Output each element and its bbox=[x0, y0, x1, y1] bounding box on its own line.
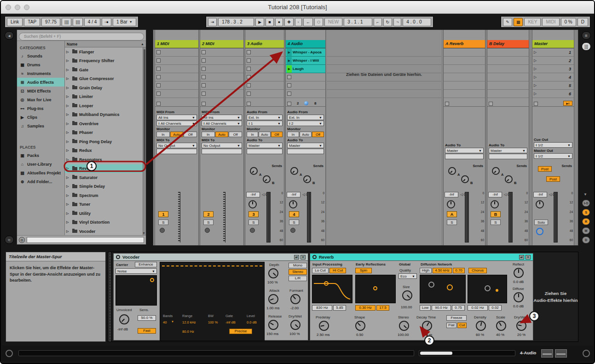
clip-overview-thumbnail[interactable] bbox=[555, 349, 567, 358]
monitor-in-button[interactable]: In bbox=[247, 132, 258, 137]
disclosure-triangle-icon[interactable]: ▷ bbox=[66, 113, 70, 116]
clip-slot[interactable] bbox=[245, 90, 284, 98]
clip-slot[interactable] bbox=[245, 73, 284, 81]
zoom-window-icon[interactable] bbox=[24, 5, 29, 10]
high-shelf-button[interactable]: High bbox=[420, 268, 432, 273]
loop-length-value[interactable]: 4 . 0 . 0 bbox=[403, 18, 431, 26]
low-shelf-freq[interactable]: 90.0 Hz bbox=[432, 305, 451, 311]
disclosure-triangle-icon[interactable]: ▷ bbox=[66, 185, 70, 188]
browser-category-item[interactable]: ⊷ Plug-Ins bbox=[17, 104, 64, 113]
clip-slot[interactable] bbox=[286, 90, 325, 98]
browser-category-item[interactable]: ⊞ Audio Effects bbox=[17, 78, 64, 87]
automation-arm-icon[interactable]: ◦ bbox=[295, 18, 302, 26]
stop-clips-button[interactable] bbox=[247, 102, 251, 106]
disclosure-triangle-icon[interactable]: ▷ bbox=[66, 194, 70, 197]
monitor-in-button[interactable]: In bbox=[202, 132, 215, 137]
key-map-button[interactable]: KEY bbox=[524, 18, 541, 26]
session-clip[interactable]: ▶Whisper - I Will bbox=[286, 57, 325, 65]
reflect-knob[interactable] bbox=[514, 268, 524, 278]
browser-device-item[interactable]: ▷ Vocoder bbox=[65, 227, 146, 235]
clip-slot[interactable] bbox=[200, 48, 243, 57]
play-button[interactable]: ▶ bbox=[255, 18, 264, 26]
arm-button[interactable] bbox=[160, 228, 165, 233]
clip-slot[interactable] bbox=[155, 90, 198, 98]
browser-device-item[interactable]: ▷ Phaser bbox=[65, 128, 146, 138]
scrollbar-thumb[interactable] bbox=[144, 49, 145, 164]
scene-play-icon[interactable]: ▷ bbox=[534, 75, 537, 79]
track-activator[interactable]: 1 bbox=[158, 211, 168, 217]
track-activator[interactable]: 4 bbox=[289, 211, 299, 217]
clip-slot[interactable] bbox=[200, 65, 243, 73]
hot-swap-icon[interactable]: ⇄ bbox=[294, 255, 299, 260]
output-channel-chooser[interactable] bbox=[489, 154, 527, 159]
clip-slot[interactable] bbox=[200, 90, 243, 98]
browser-collapse-icon[interactable]: ◂ bbox=[5, 31, 14, 40]
browser-category-item[interactable]: ▦ Drums bbox=[17, 60, 64, 69]
decay-time-knob[interactable] bbox=[422, 321, 432, 331]
spin-button[interactable]: Spin bbox=[355, 268, 372, 273]
spin-display[interactable] bbox=[355, 275, 396, 303]
disclosure-triangle-icon[interactable]: ▷ bbox=[66, 140, 70, 144]
track-header[interactable]: A Reverb bbox=[444, 40, 485, 48]
browser-device-item[interactable]: ▷ Glue Compressor bbox=[65, 75, 146, 84]
low-shelf-button[interactable]: Low bbox=[420, 305, 431, 311]
session-clip[interactable]: ▶Whisper - Apoca bbox=[286, 48, 325, 57]
list-scroll-down-icon[interactable]: ▼ bbox=[142, 231, 145, 235]
arm-button[interactable] bbox=[205, 228, 210, 233]
save-preset-icon[interactable]: ▼ bbox=[300, 255, 306, 260]
minimize-window-icon[interactable] bbox=[15, 5, 20, 10]
track-header[interactable]: B Delay bbox=[487, 40, 529, 48]
stop-clips-button[interactable] bbox=[445, 102, 449, 106]
reverb-device[interactable]: Reverb ⇄▼ Input Processing Early Reflect… bbox=[310, 253, 533, 341]
browser-device-item[interactable]: ▷ Looper bbox=[65, 101, 146, 110]
disclosure-triangle-icon[interactable]: ▷ bbox=[66, 212, 70, 215]
clip-slot[interactable] bbox=[245, 65, 284, 73]
solo-button[interactable]: S bbox=[203, 220, 214, 225]
clip-slot[interactable] bbox=[155, 73, 198, 81]
in-filter-q[interactable]: 5.85 bbox=[333, 305, 346, 311]
mixer-view-icon[interactable]: ||| bbox=[582, 42, 591, 51]
pre-post-toggle-b[interactable]: Post bbox=[546, 176, 560, 182]
clip-slot[interactable] bbox=[286, 81, 325, 90]
disclosure-triangle-icon[interactable]: ▷ bbox=[66, 176, 70, 179]
name-column-header[interactable]: Name ▲ bbox=[65, 41, 146, 47]
tempo-value[interactable]: 97.75 bbox=[41, 18, 60, 26]
browser-device-item[interactable]: ▷ Ping Pong Delay bbox=[65, 137, 146, 146]
clip-play-icon[interactable]: ▶ bbox=[287, 57, 292, 64]
show-returns-toggle[interactable]: R bbox=[582, 218, 590, 225]
solo-button[interactable]: S bbox=[491, 220, 501, 225]
device-drop-area[interactable]: Ziehen SieAudio-Effekte hierhin bbox=[533, 252, 578, 341]
preview-cue-volume-knob[interactable] bbox=[536, 228, 543, 235]
pan-knob[interactable] bbox=[447, 200, 455, 208]
save-preset-icon[interactable]: ▼ bbox=[526, 255, 531, 260]
nudge-down-button[interactable]: |||| bbox=[62, 18, 71, 26]
send-a-knob[interactable] bbox=[492, 167, 500, 175]
output-channel-chooser[interactable] bbox=[202, 149, 242, 154]
punch-in-icon[interactable]: ⌐ bbox=[374, 18, 381, 26]
pan-knob[interactable] bbox=[536, 200, 544, 208]
hot-swap-icon[interactable]: ⇄ bbox=[519, 255, 524, 260]
disclosure-triangle-icon[interactable]: ▷ bbox=[66, 202, 70, 206]
device-on-icon[interactable] bbox=[312, 255, 317, 259]
monitor-auto-button[interactable]: Auto bbox=[170, 132, 184, 137]
punch-out-icon[interactable]: ¬ bbox=[393, 18, 401, 26]
quantization-menu[interactable]: 1 Bar▼ bbox=[113, 18, 136, 26]
browser-category-item[interactable]: ♫ Samples bbox=[17, 121, 64, 130]
track-drop-area[interactable]: Ziehen Sie Dateien und Geräte hierhin. bbox=[327, 30, 441, 245]
in-filter-freq[interactable]: 830 Hz bbox=[312, 305, 332, 311]
scene-play-icon[interactable]: ▷ bbox=[534, 58, 537, 63]
density-knob[interactable] bbox=[476, 321, 486, 331]
clip-slot[interactable] bbox=[155, 65, 198, 73]
vocoder-band-display[interactable]: Bands Range BW Gate Level 40 ▼ 12.0 kHz … bbox=[160, 262, 265, 341]
browser-device-item[interactable]: ▷ Simple Delay bbox=[65, 182, 146, 191]
scale-knob[interactable] bbox=[496, 321, 506, 331]
browser-scrollbar[interactable] bbox=[143, 47, 146, 235]
zoom-strip[interactable] bbox=[419, 350, 515, 356]
spin-point[interactable] bbox=[373, 286, 377, 290]
browser-device-item[interactable]: ▷ Overdrive bbox=[65, 119, 146, 128]
fast-button[interactable]: Fast bbox=[138, 328, 156, 334]
chorus-amount[interactable]: 0.02 bbox=[489, 305, 502, 311]
show-io-toggle[interactable]: I-O bbox=[582, 200, 590, 207]
track-activator[interactable]: 3 bbox=[248, 211, 259, 217]
monitor-in-button[interactable]: In bbox=[287, 132, 299, 137]
